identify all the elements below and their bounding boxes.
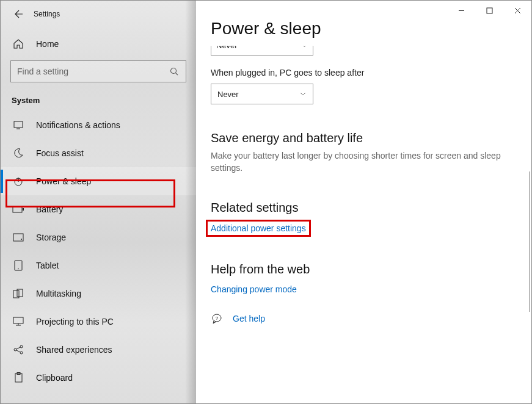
sidebar-item-label: Storage bbox=[36, 233, 66, 242]
share-icon bbox=[12, 344, 25, 355]
sidebar-item-label: Power & sleep bbox=[36, 176, 91, 186]
sidebar-item-label: Focus assist bbox=[36, 148, 84, 158]
sidebar-item-label: Shared experiences bbox=[36, 345, 112, 355]
multitasking-icon bbox=[12, 289, 25, 298]
power-icon bbox=[12, 176, 25, 187]
sidebar-item-power-sleep[interactable]: Power & sleep bbox=[1, 167, 196, 195]
svg-rect-15 bbox=[15, 373, 22, 382]
svg-rect-4 bbox=[23, 208, 24, 211]
sidebar-item-clipboard[interactable]: Clipboard bbox=[1, 364, 196, 392]
related-heading: Related settings bbox=[211, 201, 517, 215]
main-panel: Power & sleep Never When plugged in, PC … bbox=[196, 1, 531, 403]
scrollbar[interactable] bbox=[529, 171, 530, 312]
select-value: Never bbox=[217, 90, 239, 99]
svg-point-14 bbox=[20, 352, 23, 354]
additional-power-settings-link[interactable]: Additional power settings bbox=[211, 223, 306, 233]
sidebar-item-focus-assist[interactable]: Focus assist bbox=[1, 139, 196, 167]
home-label: Home bbox=[36, 39, 59, 49]
energy-heading: Save energy and battery life bbox=[211, 131, 517, 145]
sidebar-item-label: Projecting to this PC bbox=[36, 317, 114, 326]
get-help-icon: ? bbox=[211, 313, 224, 324]
arrow-left-icon bbox=[14, 9, 24, 19]
notifications-icon bbox=[12, 120, 25, 131]
clipboard-icon bbox=[12, 372, 25, 383]
svg-point-0 bbox=[170, 68, 176, 73]
sidebar-item-label: Clipboard bbox=[36, 373, 73, 383]
screen-timeout-select[interactable]: Never bbox=[211, 46, 313, 56]
sidebar: Settings Home System Notifications & act… bbox=[1, 1, 196, 403]
sidebar-item-label: Multitasking bbox=[36, 289, 81, 298]
sidebar-section-label: System bbox=[1, 92, 196, 111]
svg-point-8 bbox=[18, 269, 19, 270]
get-help-link[interactable]: Get help bbox=[233, 314, 265, 323]
chevron-down-icon bbox=[301, 46, 308, 49]
projecting-icon bbox=[12, 317, 25, 326]
battery-icon bbox=[12, 206, 25, 213]
svg-rect-1 bbox=[14, 121, 23, 128]
storage-icon bbox=[12, 233, 25, 242]
moon-icon bbox=[12, 148, 25, 159]
search-input-wrap[interactable] bbox=[10, 60, 186, 82]
sidebar-item-home[interactable]: Home bbox=[1, 31, 196, 57]
sidebar-item-multitasking[interactable]: Multitasking bbox=[1, 280, 196, 308]
sidebar-item-label: Tablet bbox=[36, 261, 59, 270]
sidebar-item-battery[interactable]: Battery bbox=[1, 195, 196, 223]
sleep-timeout-select[interactable]: Never bbox=[211, 84, 313, 104]
window-title: Settings bbox=[34, 10, 60, 18]
sleep-field-label: When plugged in, PC goes to sleep after bbox=[211, 68, 517, 78]
chevron-down-icon bbox=[299, 90, 307, 98]
back-button[interactable] bbox=[12, 7, 26, 21]
sidebar-item-projecting[interactable]: Projecting to this PC bbox=[1, 308, 196, 336]
page-title: Power & sleep bbox=[211, 19, 517, 38]
sidebar-item-tablet[interactable]: Tablet bbox=[1, 251, 196, 280]
energy-description: Make your battery last longer by choosin… bbox=[211, 150, 504, 174]
svg-rect-11 bbox=[13, 317, 23, 323]
svg-rect-3 bbox=[13, 206, 22, 212]
help-heading: Help from the web bbox=[211, 262, 517, 276]
search-input[interactable] bbox=[17, 67, 169, 76]
home-icon bbox=[12, 38, 25, 49]
svg-text:?: ? bbox=[216, 316, 219, 321]
tablet-icon bbox=[12, 260, 25, 271]
svg-point-13 bbox=[20, 345, 23, 348]
select-value: Never bbox=[216, 46, 238, 50]
changing-power-mode-link[interactable]: Changing power mode bbox=[211, 284, 297, 294]
sidebar-item-shared-experiences[interactable]: Shared experiences bbox=[1, 336, 196, 364]
svg-point-6 bbox=[21, 239, 22, 240]
sidebar-item-label: Notifications & actions bbox=[36, 120, 120, 130]
svg-point-12 bbox=[14, 348, 16, 351]
sidebar-item-storage[interactable]: Storage bbox=[1, 223, 196, 251]
search-icon bbox=[169, 66, 180, 77]
sidebar-item-notifications[interactable]: Notifications & actions bbox=[1, 111, 196, 139]
sidebar-item-label: Battery bbox=[36, 204, 63, 214]
svg-rect-5 bbox=[13, 234, 23, 241]
